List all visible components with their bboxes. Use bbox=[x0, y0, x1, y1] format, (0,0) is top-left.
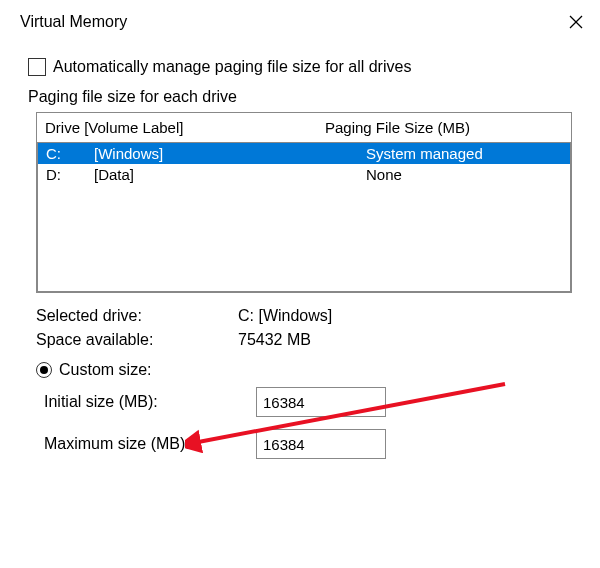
drive-volume-label: [Windows] bbox=[94, 145, 366, 162]
titlebar: Virtual Memory bbox=[0, 0, 600, 44]
close-icon[interactable] bbox=[566, 12, 586, 32]
initial-size-row: Initial size (MB): bbox=[44, 387, 572, 417]
selected-drive-label: Selected drive: bbox=[36, 307, 238, 325]
paging-section-label: Paging file size for each drive bbox=[28, 88, 572, 106]
drive-letter: D: bbox=[46, 166, 94, 183]
maximum-size-row: Maximum size (MB): bbox=[44, 429, 572, 459]
auto-manage-label: Automatically manage paging file size fo… bbox=[53, 58, 411, 76]
drive-box: Drive [Volume Label] Paging File Size (M… bbox=[36, 112, 572, 293]
space-available-value: 75432 MB bbox=[238, 331, 311, 349]
selected-drive-value: C: [Windows] bbox=[238, 307, 332, 325]
drive-list[interactable]: C:[Windows]System managedD:[Data]None bbox=[37, 142, 571, 292]
drive-row[interactable]: D:[Data]None bbox=[38, 164, 570, 185]
drive-row[interactable]: C:[Windows]System managed bbox=[38, 143, 570, 164]
custom-size-row: Custom size: bbox=[36, 361, 572, 379]
auto-manage-row: Automatically manage paging file size fo… bbox=[28, 58, 572, 76]
dialog-content: Automatically manage paging file size fo… bbox=[0, 44, 600, 481]
maximum-size-input[interactable] bbox=[256, 429, 386, 459]
drive-paging-size: System managed bbox=[366, 145, 562, 162]
drive-paging-size: None bbox=[366, 166, 562, 183]
drive-volume-label: [Data] bbox=[94, 166, 366, 183]
auto-manage-checkbox[interactable] bbox=[28, 58, 46, 76]
initial-size-label: Initial size (MB): bbox=[44, 393, 256, 411]
drive-list-header: Drive [Volume Label] Paging File Size (M… bbox=[37, 113, 571, 142]
selected-drive-row: Selected drive: C: [Windows] bbox=[36, 307, 572, 325]
custom-size-label: Custom size: bbox=[59, 361, 151, 379]
initial-size-input[interactable] bbox=[256, 387, 386, 417]
window-title: Virtual Memory bbox=[20, 13, 127, 31]
drive-header-right: Paging File Size (MB) bbox=[325, 119, 470, 136]
drive-letter: C: bbox=[46, 145, 94, 162]
maximum-size-label: Maximum size (MB): bbox=[44, 435, 256, 453]
space-available-label: Space available: bbox=[36, 331, 238, 349]
drive-header-left: Drive [Volume Label] bbox=[45, 119, 325, 136]
custom-size-radio[interactable] bbox=[36, 362, 52, 378]
space-available-row: Space available: 75432 MB bbox=[36, 331, 572, 349]
drive-info: Selected drive: C: [Windows] Space avail… bbox=[36, 307, 572, 349]
